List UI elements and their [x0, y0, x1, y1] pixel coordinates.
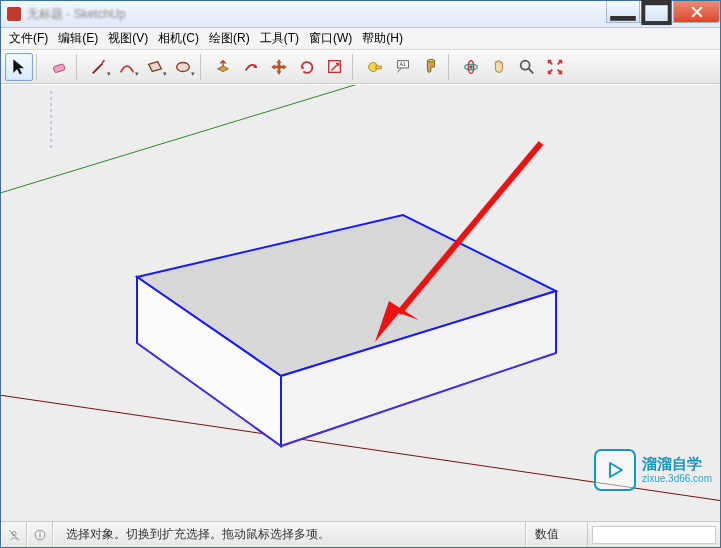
maximize-button[interactable]	[640, 1, 674, 23]
svg-point-28	[39, 531, 40, 532]
toolbar-separator	[36, 54, 42, 80]
menu-edit[interactable]: 编辑(E)	[54, 28, 102, 49]
orbit-tool[interactable]	[457, 53, 485, 81]
rectangle-tool[interactable]: ▾	[141, 53, 169, 81]
eraser-tool[interactable]	[45, 53, 73, 81]
pan-tool[interactable]	[485, 53, 513, 81]
menu-tools[interactable]: 工具(T)	[256, 28, 303, 49]
toolbar-separator	[200, 54, 206, 80]
menubar: 文件(F) 编辑(E) 视图(V) 相机(C) 绘图(R) 工具(T) 窗口(W…	[1, 28, 720, 50]
paint-tool[interactable]	[417, 53, 445, 81]
circle-tool[interactable]: ▾	[169, 53, 197, 81]
svg-text:A1: A1	[399, 61, 406, 67]
menu-camera[interactable]: 相机(C)	[154, 28, 203, 49]
arc-tool[interactable]: ▾	[113, 53, 141, 81]
move-tool[interactable]	[265, 53, 293, 81]
window-title: 无标题 - SketchUp	[27, 6, 126, 23]
svg-point-6	[177, 62, 190, 71]
status-message: 选择对象。切换到扩充选择。拖动鼠标选择多项。	[53, 522, 526, 547]
status-geo-icon[interactable]	[1, 522, 27, 547]
statusbar: 选择对象。切换到扩充选择。拖动鼠标选择多项。 数值	[1, 521, 720, 547]
toolbar-separator	[352, 54, 358, 80]
zoom-tool[interactable]	[513, 53, 541, 81]
menu-view[interactable]: 视图(V)	[104, 28, 152, 49]
line-tool[interactable]: ▾	[85, 53, 113, 81]
followme-tool[interactable]	[237, 53, 265, 81]
text-tool[interactable]: A1	[389, 53, 417, 81]
svg-point-15	[469, 65, 473, 69]
svg-point-12	[427, 59, 434, 62]
menu-file[interactable]: 文件(F)	[5, 28, 52, 49]
watermark-url: zixue.3d66.com	[642, 473, 712, 484]
toolbar-separator	[76, 54, 82, 80]
viewport[interactable]: 溜溜自学 zixue.3d66.com	[1, 84, 720, 521]
svg-rect-5	[53, 63, 65, 72]
svg-point-16	[521, 60, 530, 69]
play-icon	[594, 449, 636, 491]
watermark-brand: 溜溜自学	[642, 455, 702, 472]
app-window: 无标题 - SketchUp 文件(F) 编辑(E) 视图(V) 相机(C) 绘…	[0, 0, 721, 548]
watermark: 溜溜自学 zixue.3d66.com	[594, 449, 712, 491]
select-tool[interactable]	[5, 53, 33, 81]
status-value-box[interactable]	[592, 526, 716, 544]
pushpull-tool[interactable]	[209, 53, 237, 81]
svg-line-17	[529, 68, 534, 73]
titlebar: 无标题 - SketchUp	[1, 1, 720, 28]
menu-draw[interactable]: 绘图(R)	[205, 28, 254, 49]
toolbar-separator	[448, 54, 454, 80]
menu-help[interactable]: 帮助(H)	[358, 28, 407, 49]
menu-window[interactable]: 窗口(W)	[305, 28, 356, 49]
minimize-button[interactable]	[606, 1, 640, 23]
status-value-label: 数值	[526, 522, 588, 547]
svg-rect-9	[376, 66, 381, 69]
window-controls	[606, 1, 720, 27]
status-info-icon[interactable]	[27, 522, 53, 547]
app-icon	[7, 7, 21, 21]
toolbar: ▾ ▾ ▾ ▾ A1	[1, 50, 720, 84]
scale-tool[interactable]	[321, 53, 349, 81]
zoom-extents-tool[interactable]	[541, 53, 569, 81]
tape-tool[interactable]	[361, 53, 389, 81]
close-button[interactable]	[674, 1, 720, 23]
rotate-tool[interactable]	[293, 53, 321, 81]
